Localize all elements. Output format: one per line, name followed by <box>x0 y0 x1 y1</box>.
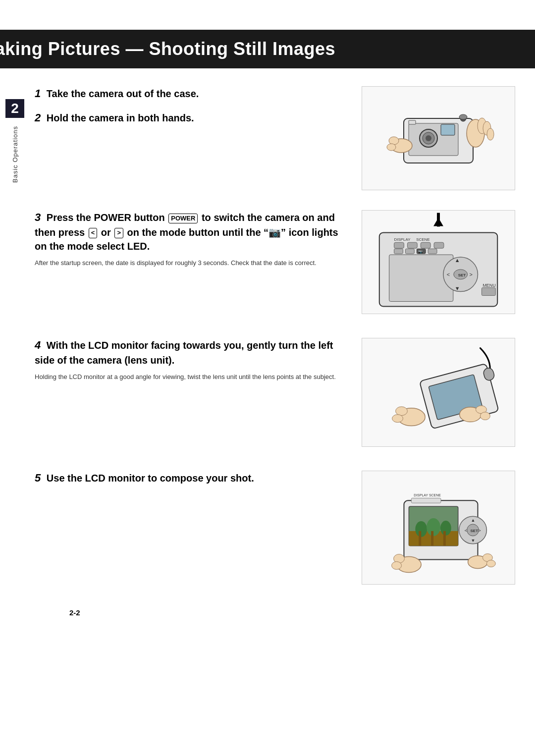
svg-rect-23 <box>407 242 417 248</box>
page-container: Taking Pictures — Shooting Still Images … <box>0 0 535 756</box>
step-5-text: 5 Use the LCD monitor to compose your sh… <box>35 471 362 491</box>
page-title-main: Taking Pictures <box>0 39 120 59</box>
step-1-heading: Take the camera out of the case. <box>47 88 199 99</box>
svg-text:SET: SET <box>458 273 466 277</box>
step-3-image: DISPLAY SCENE SET ▲ ▼ < > <box>362 210 515 314</box>
or-text: or <box>101 227 114 238</box>
step-2-number: 2 <box>35 111 41 124</box>
step-4-heading: 4 With the LCD monitor facing towards yo… <box>35 338 347 367</box>
step-3-note: After the startup screen, the date is di… <box>35 258 347 268</box>
svg-text:▲: ▲ <box>455 257 460 263</box>
svg-point-49 <box>480 412 490 420</box>
step-1-number: 1 <box>35 87 41 100</box>
svg-text:▲: ▲ <box>471 518 476 523</box>
page-number: 2-2 <box>69 608 515 617</box>
step-5-number: 5 <box>35 472 41 484</box>
svg-text:SET: SET <box>471 529 479 533</box>
svg-rect-5 <box>441 124 455 135</box>
step-4-note: Holding the LCD monitor at a good angle … <box>35 372 347 382</box>
svg-text:▼: ▼ <box>471 538 476 543</box>
svg-text:📷: 📷 <box>418 249 423 254</box>
svg-text:DISPLAY: DISPLAY <box>394 237 411 242</box>
step-3-heading: 3 Press the POWER button POWER to switch… <box>35 210 347 253</box>
title-bar: Taking Pictures — Shooting Still Images <box>0 30 535 68</box>
step-5: 5 Use the LCD monitor to compose your sh… <box>35 471 515 585</box>
svg-point-73 <box>486 560 495 567</box>
svg-rect-6 <box>409 120 416 124</box>
svg-rect-39 <box>482 288 495 296</box>
svg-text:▼: ▼ <box>455 285 460 291</box>
steps-1-2-section: 1 Take the camera out of the case. 2 Hol… <box>35 86 515 190</box>
svg-text:<: < <box>465 528 467 533</box>
sidebar: 2 Basic Operations <box>0 99 30 183</box>
svg-point-10 <box>487 128 494 140</box>
step-2-heading: Hold the camera in both hands. <box>47 112 194 123</box>
svg-rect-56 <box>419 531 421 546</box>
steps-1-2-text: 1 Take the camera out of the case. 2 Hol… <box>35 86 362 135</box>
step-1-2-image <box>362 86 515 190</box>
svg-text:>: > <box>470 271 473 277</box>
svg-text:SCENE: SCENE <box>416 237 429 242</box>
left-arrow-icon: < <box>89 228 98 238</box>
svg-rect-58 <box>443 531 446 546</box>
lcd-compose-illustration: DISPLAY SCENE SET ▲ ▼ < > <box>362 471 515 585</box>
svg-rect-59 <box>411 498 441 503</box>
svg-point-4 <box>426 135 431 141</box>
sidebar-label: Basic Operations <box>11 126 19 183</box>
svg-point-13 <box>387 144 396 151</box>
step-3-number: 3 <box>35 211 41 223</box>
svg-text:MENU: MENU <box>482 283 495 288</box>
svg-rect-33 <box>394 249 403 254</box>
svg-rect-22 <box>394 242 404 248</box>
camera-hands-illustration <box>364 89 513 188</box>
power-button-icon: POWER <box>168 214 198 223</box>
step-4-number: 4 <box>35 339 41 351</box>
svg-rect-57 <box>431 531 433 546</box>
svg-point-46 <box>392 415 403 423</box>
step-5-image: DISPLAY SCENE SET ▲ ▼ < > <box>362 471 515 585</box>
step-4: 4 With the LCD monitor facing towards yo… <box>35 338 515 447</box>
right-arrow-icon: > <box>114 228 123 238</box>
main-content: 1 Take the camera out of the case. 2 Hol… <box>35 86 515 617</box>
step-4-image <box>362 338 515 447</box>
svg-rect-36 <box>428 249 437 254</box>
page-title-subtitle: — Shooting Still Images <box>120 39 335 59</box>
step-2: 2 Hold the camera in both hands. <box>35 110 347 126</box>
svg-rect-17 <box>437 213 440 227</box>
svg-point-45 <box>396 407 408 416</box>
svg-rect-25 <box>434 242 444 248</box>
svg-text:>: > <box>478 528 481 533</box>
svg-text:DISPLAY  SCENE: DISPLAY SCENE <box>414 493 441 497</box>
step-1: 1 Take the camera out of the case. <box>35 86 347 102</box>
svg-point-53 <box>415 521 427 537</box>
svg-point-70 <box>392 562 402 570</box>
svg-point-15 <box>459 114 467 119</box>
svg-rect-34 <box>405 249 414 254</box>
step-3-text: 3 Press the POWER button POWER to switch… <box>35 210 362 268</box>
camera-back-illustration: DISPLAY SCENE SET ▲ ▼ < > <box>362 210 515 314</box>
svg-rect-24 <box>421 242 430 248</box>
camera-rotate-illustration <box>362 338 515 447</box>
svg-text:<: < <box>447 271 450 277</box>
step-4-text: 4 With the LCD monitor facing towards yo… <box>35 338 362 381</box>
section-number: 2 <box>5 99 24 118</box>
step-5-heading: 5 Use the LCD monitor to compose your sh… <box>35 471 347 486</box>
step-3: 3 Press the POWER button POWER to switch… <box>35 210 515 314</box>
svg-point-12 <box>389 137 399 145</box>
